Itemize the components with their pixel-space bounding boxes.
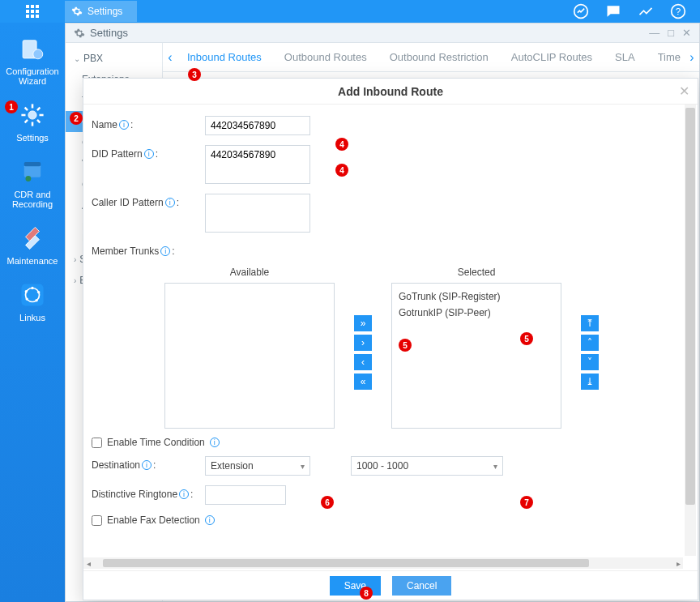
chevron-right-icon: ›	[74, 255, 76, 264]
tab-outbound-restriction[interactable]: Outbound Restriction	[390, 51, 489, 63]
caller-id-input[interactable]	[205, 194, 310, 233]
rail-item-linkus[interactable]: Linkus	[4, 280, 61, 322]
nav-group-pbx[interactable]: ⌄PBX	[66, 48, 162, 69]
scroll-right-arrow[interactable]: ▸	[673, 559, 683, 568]
reports-button[interactable]	[637, 2, 655, 20]
caret-down-icon: ▾	[301, 462, 305, 471]
info-icon[interactable]: i	[119, 120, 129, 130]
destination-ext-select[interactable]: 1000 - 1000▾	[351, 456, 503, 476]
feedback-button[interactable]	[572, 2, 590, 20]
move-down-button[interactable]: ˅	[581, 354, 599, 370]
move-all-right-button[interactable]: »	[354, 315, 372, 331]
select-value: 1000 - 1000	[356, 460, 408, 472]
tab-time[interactable]: Time	[658, 51, 681, 63]
svg-line-20	[37, 120, 40, 122]
selected-trunks-list[interactable]: GoTrunk (SIP-Register) GotrunkIP (SIP-Pe…	[391, 283, 561, 429]
info-icon[interactable]: i	[165, 198, 175, 207]
maximize-button[interactable]: □	[668, 27, 674, 39]
window-tab-settings[interactable]: Settings	[65, 1, 137, 22]
name-input[interactable]	[205, 116, 310, 135]
distinctive-ringtone-input[interactable]	[205, 485, 286, 505]
close-window-button[interactable]: ✕	[682, 27, 691, 39]
rail-label: Maintenance	[7, 256, 58, 266]
info-icon[interactable]: i	[210, 438, 220, 447]
help-icon: ?	[670, 3, 686, 19]
svg-line-21	[25, 120, 28, 122]
select-value: Extension	[211, 460, 254, 472]
info-icon[interactable]: i	[142, 460, 152, 470]
svg-point-32	[25, 290, 28, 292]
rail-item-config-wizard[interactable]: Configuration Wizard	[4, 34, 61, 86]
minimize-button[interactable]: —	[649, 27, 659, 39]
enable-fax-label: Enable Fax Detection	[107, 514, 200, 526]
svg-point-30	[35, 299, 37, 301]
tab-sla[interactable]: SLA	[615, 51, 635, 63]
help-button[interactable]: ?	[669, 2, 687, 20]
config-wizard-icon	[18, 34, 47, 63]
cancel-button[interactable]: Cancel	[392, 576, 451, 596]
list-item[interactable]: GoTrunk (SIP-Register)	[397, 288, 556, 305]
info-icon[interactable]: i	[144, 149, 154, 159]
info-icon[interactable]: i	[179, 489, 189, 499]
destination-label: Destination	[92, 459, 140, 471]
cdr-icon	[18, 157, 47, 186]
did-pattern-input[interactable]	[205, 145, 310, 184]
svg-point-25	[26, 176, 32, 181]
info-icon[interactable]: i	[205, 515, 215, 525]
move-bottom-button[interactable]: ⤓	[581, 374, 599, 390]
rail-item-maintenance[interactable]: Maintenance	[4, 224, 61, 266]
scrollbar-thumb[interactable]	[103, 559, 589, 567]
horizontal-scrollbar[interactable]: ◂ ▸	[83, 557, 683, 569]
gear-icon	[74, 28, 85, 39]
destination-type-select[interactable]: Extension▾	[205, 456, 310, 476]
svg-rect-24	[24, 162, 41, 166]
apps-menu-button[interactable]	[0, 0, 65, 23]
available-header: Available	[164, 267, 335, 278]
order-buttons: ⤒ ˄ ˅ ⤓	[581, 315, 599, 390]
move-right-button[interactable]: ›	[354, 335, 372, 351]
svg-rect-2	[36, 5, 39, 8]
vertical-scrollbar[interactable]	[685, 105, 696, 556]
svg-rect-3	[26, 10, 29, 13]
move-all-left-button[interactable]: «	[354, 374, 372, 390]
svg-point-14	[28, 111, 36, 119]
tabs-row: ‹ Inbound Routes Outbound Routes Outboun…	[163, 43, 699, 72]
tab-inbound-routes[interactable]: Inbound Routes	[187, 51, 262, 63]
enable-fax-checkbox[interactable]	[92, 515, 102, 526]
rail-label: CDR and Recording	[4, 190, 61, 209]
tabs-scroll-left[interactable]: ‹	[163, 43, 177, 72]
svg-rect-8	[36, 15, 39, 18]
info-icon[interactable]: i	[160, 246, 170, 256]
window-controls: — □ ✕	[649, 27, 691, 39]
svg-rect-1	[31, 5, 34, 8]
modal-footer: Save Cancel	[83, 570, 698, 600]
top-bar: Settings ?	[0, 0, 700, 23]
modal-header: Add Inbound Route ✕	[83, 79, 698, 105]
add-inbound-route-modal: Add Inbound Route ✕ Namei: DID Patterni:…	[83, 78, 698, 600]
save-button[interactable]: Save	[330, 576, 381, 596]
svg-line-22	[37, 108, 40, 110]
tab-autoclip-routes[interactable]: AutoCLIP Routes	[511, 51, 592, 63]
window-tab-label: Settings	[88, 6, 122, 17]
rail-item-settings[interactable]: Settings	[4, 100, 61, 143]
svg-point-31	[26, 297, 28, 300]
linkus-icon	[18, 280, 47, 310]
move-left-button[interactable]: ‹	[354, 354, 372, 370]
svg-rect-4	[31, 10, 34, 13]
move-top-button[interactable]: ⤒	[581, 315, 599, 331]
settings-gear-icon	[18, 100, 47, 130]
svg-rect-6	[26, 15, 29, 18]
modal-close-button[interactable]: ✕	[679, 83, 689, 99]
rail-item-cdr[interactable]: CDR and Recording	[4, 157, 61, 209]
available-trunks-list[interactable]	[164, 283, 335, 429]
tabs-scroll-right[interactable]: ›	[685, 43, 699, 72]
scrollbar-thumb[interactable]	[685, 108, 695, 505]
enable-time-checkbox[interactable]	[92, 438, 102, 448]
move-up-button[interactable]: ˄	[581, 335, 599, 351]
svg-rect-7	[31, 15, 34, 18]
scroll-left-arrow[interactable]: ◂	[83, 559, 93, 568]
list-item[interactable]: GotrunkIP (SIP-Peer)	[397, 305, 556, 321]
chat-button[interactable]	[604, 2, 622, 20]
rail-label: Linkus	[19, 313, 45, 322]
tab-outbound-routes[interactable]: Outbound Routes	[284, 51, 367, 63]
